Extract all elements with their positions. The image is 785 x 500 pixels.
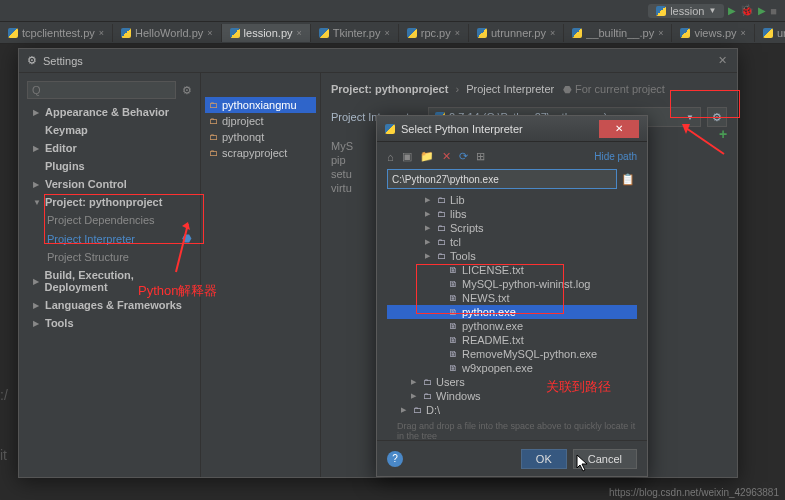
- sidebar-item[interactable]: ▶Version Control: [19, 175, 200, 193]
- sidebar-item[interactable]: ▶Editor: [19, 139, 200, 157]
- close-icon[interactable]: ×: [550, 28, 555, 38]
- file-tree-item[interactable]: 🗎pythonw.exe: [387, 319, 637, 333]
- editor-tab[interactable]: tcpclienttest.py×: [0, 24, 113, 42]
- gear-icon: ⚙: [712, 111, 722, 124]
- chevron-down-icon: ▼: [708, 6, 716, 15]
- home-icon[interactable]: ⌂: [387, 151, 394, 163]
- main-toolbar: lession ▼ ▶ 🐞 ▶ ■: [0, 0, 785, 22]
- editor-tab[interactable]: utrunner.py×: [469, 24, 564, 42]
- editor-tab[interactable]: Tkinter.py×: [311, 24, 399, 42]
- file-tree-item[interactable]: ▶🗀Windows: [387, 389, 637, 403]
- close-icon[interactable]: ×: [741, 28, 746, 38]
- search-input[interactable]: [27, 81, 176, 99]
- file-tree-item[interactable]: ▶🗀libs: [387, 207, 637, 221]
- debug-icon[interactable]: 🐞: [740, 4, 754, 17]
- run-coverage-icon[interactable]: ▶: [758, 5, 766, 16]
- editor-tab[interactable]: views.py×: [672, 24, 754, 42]
- file-tree-item[interactable]: ▶🗀Tools: [387, 249, 637, 263]
- run-configuration[interactable]: lession ▼: [648, 4, 724, 18]
- inner-titlebar: Select Python Interpreter ✕: [377, 116, 647, 142]
- project-item[interactable]: 🗀scrapyproject: [205, 145, 316, 161]
- sidebar-item[interactable]: Plugins: [19, 157, 200, 175]
- refresh-icon[interactable]: ⟳: [459, 150, 468, 163]
- project-icon[interactable]: ▣: [402, 150, 412, 163]
- python-icon: [385, 124, 395, 134]
- editor-tab[interactable]: __builtin__.py×: [564, 24, 672, 42]
- file-tree-item[interactable]: 🗎w9xpopen.exe: [387, 361, 637, 375]
- editor-tab[interactable]: lession.py×: [222, 24, 311, 42]
- close-icon[interactable]: ×: [207, 28, 212, 38]
- sidebar-item[interactable]: ▶Appearance & Behavior: [19, 103, 200, 121]
- show-hidden-icon[interactable]: ⊞: [476, 150, 485, 163]
- sidebar-item[interactable]: ▶Tools: [19, 314, 200, 332]
- ok-button[interactable]: OK: [521, 449, 567, 469]
- settings-icon: ⚙: [27, 54, 37, 67]
- close-icon[interactable]: ×: [297, 28, 302, 38]
- python-icon: [230, 28, 240, 38]
- file-icon: 🗎: [449, 335, 458, 345]
- close-icon[interactable]: ×: [384, 28, 389, 38]
- run-icon[interactable]: ▶: [728, 5, 736, 16]
- file-tree-item[interactable]: 🗎MySQL-python-wininst.log: [387, 277, 637, 291]
- python-icon: [121, 28, 131, 38]
- editor-tab[interactable]: urls.py×: [755, 24, 785, 42]
- file-tree-item[interactable]: ▶🗀D:\: [387, 403, 637, 417]
- cancel-button[interactable]: Cancel: [573, 449, 637, 469]
- file-icon: 🗎: [449, 279, 458, 289]
- python-icon: [763, 28, 773, 38]
- project-item[interactable]: 🗀pythonqt: [205, 129, 316, 145]
- add-icon[interactable]: +: [719, 126, 727, 142]
- file-icon: 🗎: [449, 293, 458, 303]
- sidebar-item[interactable]: ▶Languages & Frameworks: [19, 296, 200, 314]
- drag-hint: Drag and drop a file into the space abov…: [387, 417, 637, 441]
- folder-icon: 🗀: [437, 237, 446, 247]
- dialog-title: Settings: [43, 55, 83, 67]
- editor-gutter: :/it: [0, 380, 8, 470]
- folder-icon: 🗀: [437, 223, 446, 233]
- file-tree-item[interactable]: 🗎NEWS.txt: [387, 291, 637, 305]
- new-folder-icon[interactable]: 📁: [420, 150, 434, 163]
- project-item[interactable]: 🗀djproject: [205, 113, 316, 129]
- file-tree-item[interactable]: 🗎LICENSE.txt: [387, 263, 637, 277]
- run-config-label: lession: [670, 5, 704, 17]
- python-icon: [477, 28, 487, 38]
- file-tree[interactable]: ▶🗀Lib▶🗀libs▶🗀Scripts▶🗀tcl▶🗀Tools🗎LICENSE…: [387, 193, 637, 417]
- folder-icon: 🗀: [437, 251, 446, 261]
- python-icon: [319, 28, 329, 38]
- file-tree-item[interactable]: ▶🗀Scripts: [387, 221, 637, 235]
- chevron-down-icon: ▼: [686, 113, 694, 122]
- sidebar-item[interactable]: Project Structure: [19, 248, 200, 266]
- stop-icon[interactable]: ■: [770, 5, 777, 17]
- gear-icon[interactable]: ⚙: [182, 84, 192, 97]
- project-item[interactable]: 🗀pythonxiangmu: [205, 97, 316, 113]
- help-icon[interactable]: ?: [387, 451, 403, 467]
- close-button[interactable]: ✕: [599, 120, 639, 138]
- delete-icon[interactable]: ✕: [442, 150, 451, 163]
- file-tree-item[interactable]: ▶🗀Lib: [387, 193, 637, 207]
- sidebar-item[interactable]: Project Interpreter⬣: [19, 229, 200, 248]
- close-icon[interactable]: ×: [658, 28, 663, 38]
- close-icon[interactable]: ×: [455, 28, 460, 38]
- editor-tab[interactable]: HelloWorld.py×: [113, 24, 222, 42]
- path-input[interactable]: [387, 169, 617, 189]
- file-tree-item[interactable]: 🗎python.exe: [387, 305, 637, 319]
- sidebar-item[interactable]: ▶Build, Execution, Deployment: [19, 266, 200, 296]
- interpreter-settings-button[interactable]: ⚙: [707, 107, 727, 127]
- editor-tab[interactable]: rpc.py×: [399, 24, 469, 42]
- file-tree-item[interactable]: 🗎RemoveMySQL-python.exe: [387, 347, 637, 361]
- file-tree-item[interactable]: ▶🗀tcl: [387, 235, 637, 249]
- history-icon[interactable]: 📋: [621, 173, 635, 186]
- sidebar-item[interactable]: ▼Project: pythonproject: [19, 193, 200, 211]
- sidebar-item[interactable]: Project Dependencies: [19, 211, 200, 229]
- path-toolbar: ⌂ ▣ 📁 ✕ ⟳ ⊞ Hide path: [387, 148, 637, 169]
- file-tree-item[interactable]: ▶🗀Users: [387, 375, 637, 389]
- sidebar-item[interactable]: Keymap: [19, 121, 200, 139]
- python-icon: [656, 6, 666, 16]
- python-icon: [572, 28, 582, 38]
- select-interpreter-dialog: Select Python Interpreter ✕ ⌂ ▣ 📁 ✕ ⟳ ⊞ …: [376, 115, 648, 477]
- dialog-footer: ? OK Cancel: [377, 440, 647, 476]
- hide-path-link[interactable]: Hide path: [594, 151, 637, 162]
- close-icon[interactable]: ✕: [715, 54, 729, 68]
- file-tree-item[interactable]: 🗎README.txt: [387, 333, 637, 347]
- close-icon[interactable]: ×: [99, 28, 104, 38]
